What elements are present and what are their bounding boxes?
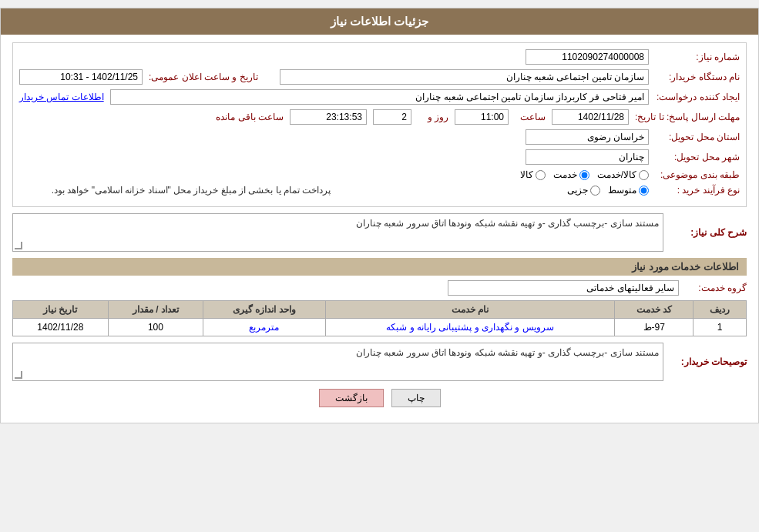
resize-handle [15, 242, 22, 249]
buyer-notes-row: توصیحات خریدار: مستند سازی -برچسب گذاری … [12, 343, 747, 381]
process-label: نوع فرآیند خرید : [655, 185, 740, 196]
category-kala-label: کالا [520, 169, 533, 180]
description-label: شرح کلی نیاز: [670, 227, 747, 238]
col-service-name: نام خدمت [325, 301, 615, 319]
date-label: مهلت ارسال پاسخ: تا تاریخ: [635, 112, 740, 122]
table-header-row: ردیف کد خدمت نام خدمت واحد اندازه گیری ت… [13, 301, 747, 319]
buyer-org-value: سازمان تامین اجتماعی شعبه چناران [280, 69, 649, 85]
province-row: استان محل تحویل: خراسان رضوی [19, 129, 740, 145]
services-section-header: اطلاعات خدمات مورد نیاز [12, 258, 747, 276]
city-label: شهر محل تحویل: [655, 152, 740, 162]
col-unit: واحد اندازه گیری [203, 301, 325, 319]
category-kala-khadamat-label: کالا/خدمت [597, 169, 636, 180]
table-body: 197-طسرویس و نگهداری و پشتیبانی رایانه و… [13, 319, 747, 336]
cell-service-code: 97-ط [615, 319, 694, 336]
description-row: شرح کلی نیاز: مستند سازی -برچسب گذاری -و… [12, 213, 747, 252]
remaining-value: 23:13:53 [290, 109, 367, 125]
col-service-code: کد خدمت [615, 301, 694, 319]
page-header: جزئیات اطلاعات نیاز [1, 8, 758, 35]
announce-value: 1402/11/25 - 10:31 [19, 69, 143, 85]
process-note: پرداخت تمام یا بخشی از مبلغ خریداز محل "… [19, 185, 331, 196]
buyer-notes-box: مستند سازی -برچسب گذاری -و تهیه نقشه شبک… [12, 343, 663, 381]
services-table: ردیف کد خدمت نام خدمت واحد اندازه گیری ت… [12, 300, 747, 336]
day-label: روز و [418, 112, 448, 122]
process-row: نوع فرآیند خرید : متوسط جزیی پرداخت تمام… [19, 185, 740, 196]
table-row: 197-طسرویس و نگهداری و پشتیبانی رایانه و… [13, 319, 747, 336]
day-value: 2 [373, 109, 411, 125]
cell-unit: مترمربع [203, 319, 325, 336]
process-jozi-radio[interactable] [590, 186, 600, 196]
remaining-label: ساعت باقی مانده [214, 112, 284, 122]
category-kala-khadamat[interactable]: کالا/خدمت [597, 169, 649, 180]
process-motavasset-radio[interactable] [639, 186, 649, 196]
category-row: طبقه بندی موضوعی: کالا/خدمت خدمت کالا [19, 169, 740, 180]
time-value: 11:00 [455, 109, 509, 125]
province-label: استان محل تحویل: [655, 132, 740, 142]
cell-date: 1402/11/28 [13, 319, 109, 336]
date-value: 1402/11/28 [552, 109, 629, 125]
col-row-num: ردیف [694, 301, 747, 319]
description-text: مستند سازی -برچسب گذاری -و تهیه نقشه شبک… [17, 218, 659, 229]
need-number-value: 1102090274000008 [526, 49, 649, 65]
description-box: مستند سازی -برچسب گذاری -و تهیه نقشه شبک… [12, 213, 663, 252]
category-khadamat[interactable]: خدمت [553, 169, 589, 180]
category-khadamat-radio[interactable] [579, 170, 589, 180]
top-form-section: شماره نیاز: 1102090274000008 نام دستگاه … [12, 42, 747, 207]
province-value: خراسان رضوی [526, 129, 649, 145]
category-label: طبقه بندی موضوعی: [655, 169, 740, 180]
city-value: چناران [526, 149, 649, 165]
cell-quantity: 100 [108, 319, 203, 336]
requester-label: ایجاد کننده درخواست: [655, 92, 740, 102]
process-jozi-label: جزیی [567, 185, 588, 196]
date-row: مهلت ارسال پاسخ: تا تاریخ: 1402/11/28 سا… [19, 109, 740, 125]
cell-row-num: 1 [694, 319, 747, 336]
main-container: جزئیات اطلاعات نیاز شماره نیاز: 11020902… [0, 8, 759, 423]
time-label: ساعت [515, 112, 546, 122]
city-row: شهر محل تحویل: چناران [19, 149, 740, 165]
category-kala-khadamat-radio[interactable] [639, 170, 649, 180]
buyer-org-label: نام دستگاه خریدار: [655, 72, 740, 82]
announce-label: تاریخ و ساعت اعلان عمومی: [149, 72, 258, 82]
process-jozi[interactable]: جزیی [567, 185, 600, 196]
buyer-notes-text: مستند سازی -برچسب گذاری -و تهیه نقشه شبک… [17, 347, 659, 358]
service-group-value: سایر فعالیتهای خدماتی [448, 280, 679, 296]
cell-service-name: سرویس و نگهداری و پشتیبانی رایانه و شبکه [325, 319, 615, 336]
need-number-label: شماره نیاز: [655, 52, 740, 62]
col-date: تاریخ نیاز [13, 301, 109, 319]
col-quantity: تعداد / مقدار [108, 301, 203, 319]
back-button[interactable]: بازگشت [319, 389, 384, 407]
header-title: جزئیات اطلاعات نیاز [331, 15, 428, 28]
services-section-title: اطلاعات خدمات مورد نیاز [632, 261, 739, 273]
service-group-row: گروه خدمت: سایر فعالیتهای خدماتی [12, 280, 747, 296]
service-group-label: گروه خدمت: [685, 283, 747, 293]
content-area: شماره نیاز: 1102090274000008 نام دستگاه … [1, 35, 758, 423]
requester-value: امیر فتاحی فر کاربرداز سازمان تامین اجتم… [110, 89, 649, 105]
category-khadamat-label: خدمت [553, 169, 577, 180]
buyer-org-row: نام دستگاه خریدار: سازمان تامین اجتماعی … [19, 69, 740, 85]
button-row: چاپ بازگشت [12, 389, 747, 407]
process-motavasset[interactable]: متوسط [608, 185, 649, 196]
contact-link[interactable]: اطلاعات تماس خریدار [19, 92, 104, 102]
print-button[interactable]: چاپ [391, 389, 441, 407]
requester-row: ایجاد کننده درخواست: امیر فتاحی فر کاربر… [19, 89, 740, 105]
category-kala[interactable]: کالا [520, 169, 546, 180]
buyer-notes-resize-handle [15, 371, 22, 379]
category-radio-group: کالا/خدمت خدمت کالا [19, 169, 649, 180]
need-number-row: شماره نیاز: 1102090274000008 [19, 49, 740, 65]
table-header: ردیف کد خدمت نام خدمت واحد اندازه گیری ت… [13, 301, 747, 319]
category-kala-radio[interactable] [536, 170, 546, 180]
process-radio-group: متوسط جزیی [338, 185, 650, 196]
process-motavasset-label: متوسط [608, 185, 636, 196]
buyer-notes-label: توصیحات خریدار: [670, 356, 747, 367]
